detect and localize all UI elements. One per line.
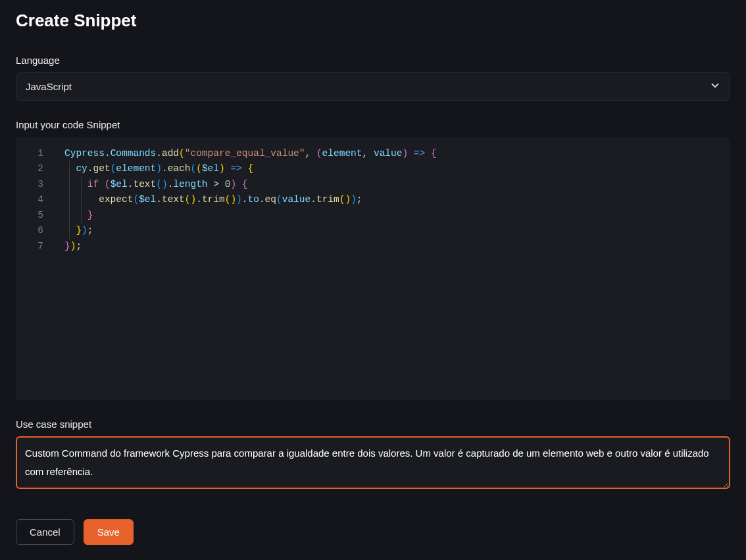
language-label: Language [16,55,730,66]
usecase-label: Use case snippet [16,419,730,430]
line-number: 6 [16,223,51,238]
code-line: 1Cypress.Commands.add("compare_equal_val… [16,146,730,161]
line-number: 7 [16,239,51,254]
page-title: Create Snippet [16,11,730,31]
code-line: 3 if ($el.text().length > 0) { [16,177,730,192]
code-line: 4 expect($el.text().trim()).to.eq(value.… [16,192,730,207]
line-content: if ($el.text().length > 0) { [51,177,248,192]
line-content: } [51,208,93,223]
cancel-button[interactable]: Cancel [16,519,74,545]
code-line: 6 }); [16,223,730,238]
code-line: 7}); [16,239,730,254]
form-actions: Cancel Save [16,519,730,545]
line-number: 5 [16,208,51,223]
line-number: 4 [16,192,51,207]
language-select[interactable]: JavaScript [16,72,730,101]
code-line: 2 cy.get(element).each(($el) => { [16,161,730,176]
usecase-textarea[interactable] [16,436,730,489]
line-content: }); [51,223,93,238]
line-number: 1 [16,146,51,161]
code-line: 5 } [16,208,730,223]
line-number: 3 [16,177,51,192]
code-label: Input your code Snippet [16,119,730,130]
code-editor[interactable]: 1Cypress.Commands.add("compare_equal_val… [16,137,730,400]
line-number: 2 [16,161,51,176]
save-button[interactable]: Save [84,519,134,545]
line-content: expect($el.text().trim()).to.eq(value.tr… [51,192,362,207]
line-content: }); [51,239,82,254]
line-content: Cypress.Commands.add("compare_equal_valu… [51,146,437,161]
line-content: cy.get(element).each(($el) => { [51,161,253,176]
language-select-wrap: JavaScript [16,72,730,101]
